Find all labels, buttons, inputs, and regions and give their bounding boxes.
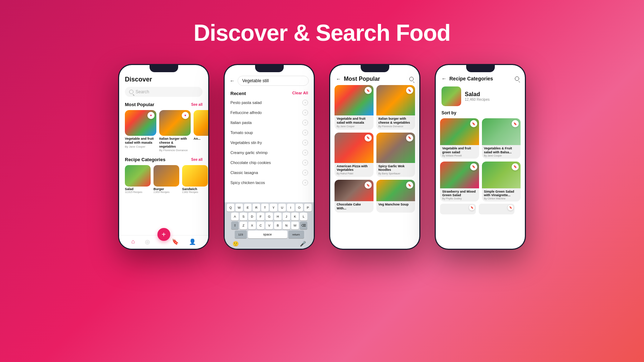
back-button[interactable]: ←: [230, 78, 235, 84]
key-y[interactable]: Y: [270, 204, 277, 212]
nav-bookmark[interactable]: 🔖: [172, 238, 179, 245]
cat-0[interactable]: Salad 12,615 Recipes: [125, 165, 151, 193]
grid-bookmark-2[interactable]: 🔖: [365, 134, 372, 142]
close-recent-4[interactable]: ✕: [302, 140, 308, 145]
recipe-card-2[interactable]: 🔖 Strawberry and Mixed Green Salad By Ph…: [440, 162, 479, 202]
key-v[interactable]: V: [265, 222, 273, 229]
search-bar-discover[interactable]: Search: [125, 87, 203, 97]
nav-discover[interactable]: ◎: [145, 238, 150, 245]
grid-card-5[interactable]: 🔖 Veg Manchow Soup: [376, 180, 415, 213]
grid-bookmark-4[interactable]: 🔖: [365, 182, 372, 189]
recent-item-8[interactable]: Spicy chicken tacos ✕: [225, 178, 314, 188]
clear-all-button[interactable]: Clear All: [292, 91, 308, 96]
key-u[interactable]: U: [278, 204, 286, 212]
grid-card-0[interactable]: 🔖 Vegetable and fruit salad with masala …: [335, 85, 374, 130]
grid-img-5: 🔖: [376, 180, 415, 201]
search-icon-4[interactable]: [515, 76, 519, 81]
key-h[interactable]: H: [274, 213, 282, 220]
key-l[interactable]: L: [300, 213, 307, 220]
key-s[interactable]: S: [240, 213, 247, 220]
back-btn-4[interactable]: ←: [441, 76, 447, 81]
grid-bookmark-0[interactable]: 🔖: [365, 87, 372, 94]
key-g[interactable]: G: [265, 213, 273, 220]
recent-item-7[interactable]: Classic lasagna ✕: [225, 168, 314, 178]
close-recent-0[interactable]: ✕: [302, 100, 308, 105]
recent-item-1[interactable]: Fettuccine alfredo ✕: [225, 108, 314, 118]
fab-button[interactable]: +: [157, 228, 170, 241]
key-a[interactable]: A: [231, 213, 239, 220]
recipe-card-1[interactable]: 🔖 Vegetables & Fruit salad with Balsa...…: [482, 118, 521, 159]
grid-card-4[interactable]: 🔖 Chocolate Cake With...: [335, 180, 374, 213]
recent-item-3[interactable]: Tomato soup ✕: [225, 128, 314, 138]
recipe-bookmark-1[interactable]: 🔖: [512, 120, 519, 127]
recent-item-2[interactable]: Italian pasta ✕: [225, 118, 314, 128]
back-btn-3[interactable]: ←: [336, 76, 341, 82]
key-b[interactable]: B: [274, 222, 282, 229]
key-f[interactable]: F: [257, 213, 264, 220]
cat-2[interactable]: Sandwich 2,862 Recipes: [182, 165, 208, 193]
key-c[interactable]: C: [257, 222, 264, 229]
grid-card-2[interactable]: 🔖 American Pizza with Vegetables By Rahu…: [335, 133, 374, 177]
key-i[interactable]: I: [287, 204, 294, 212]
bookmark-btn-0[interactable]: ♥: [147, 112, 155, 119]
grid-bookmark-5[interactable]: 🔖: [406, 182, 413, 189]
grid-bookmark-3[interactable]: 🔖: [406, 134, 413, 142]
recipe-card-0[interactable]: 🔖 Vegetable and fruit green salad By Wil…: [440, 118, 479, 159]
key-n[interactable]: N: [283, 222, 290, 229]
recent-item-0[interactable]: Pesto pasta salad ✕: [225, 98, 314, 108]
key-r[interactable]: R: [253, 204, 260, 212]
emoji-face[interactable]: 🙂: [233, 241, 239, 247]
cat-1[interactable]: Burger 2,853 Recipes: [153, 165, 179, 193]
key-t[interactable]: T: [261, 204, 269, 212]
search-input[interactable]: Vegetable still: [238, 76, 309, 86]
recipe-card-3[interactable]: 🔖 Simple Green Salad with Vinaigrette...…: [482, 162, 521, 202]
recipe-bookmark-3[interactable]: 🔖: [512, 163, 519, 170]
key-p[interactable]: P: [304, 204, 312, 212]
key-e[interactable]: E: [244, 204, 252, 212]
key-123[interactable]: 123: [235, 230, 247, 238]
recipe-partial-bookmark-0[interactable]: 🔖: [469, 205, 475, 210]
search-header: ← Vegetable still: [225, 73, 314, 89]
popular-food-2[interactable]: ♥ An...: [194, 110, 208, 152]
close-recent-2[interactable]: ✕: [302, 120, 308, 125]
popular-food-0[interactable]: ♥ Vegetable and fruit salad with masala …: [125, 110, 156, 152]
key-x[interactable]: X: [248, 222, 256, 229]
recipe-bookmark-2[interactable]: 🔖: [470, 163, 477, 170]
popular-food-1[interactable]: ♥ Italian burger with cheese & vegetable…: [159, 110, 191, 152]
food-name-0: Vegetable and fruit salad with masala: [125, 137, 156, 145]
key-j[interactable]: J: [283, 213, 290, 220]
key-d[interactable]: D: [248, 213, 256, 220]
recipe-bookmark-0[interactable]: 🔖: [470, 120, 477, 127]
key-return[interactable]: return: [288, 230, 304, 238]
recent-item-4[interactable]: Vegetables stir-fry ✕: [225, 138, 314, 148]
key-shift[interactable]: ⇧: [231, 222, 239, 229]
key-m[interactable]: M: [291, 222, 299, 229]
keyboard: Q W E R T Y U I O P A S D: [225, 202, 314, 249]
close-recent-7[interactable]: ✕: [302, 170, 308, 175]
recent-item-5[interactable]: Creamy garlic shrimp ✕: [225, 148, 314, 158]
recipe-partial-bookmark-1[interactable]: 🔖: [508, 205, 513, 210]
see-all-categories[interactable]: See all: [191, 158, 203, 162]
key-k[interactable]: K: [291, 213, 299, 220]
grid-card-3[interactable]: 🔖 Spicy Garlic Wok Noodles By Barry Spor…: [376, 133, 415, 177]
key-q[interactable]: Q: [227, 204, 234, 212]
search-icon-3[interactable]: [409, 77, 414, 81]
grid-bookmark-1[interactable]: 🔖: [406, 87, 413, 94]
key-w[interactable]: W: [235, 204, 243, 212]
key-space[interactable]: space: [248, 230, 287, 238]
grid-card-1[interactable]: 🔖 Italian burger with cheese & vegetable…: [376, 85, 415, 130]
nav-profile[interactable]: 👤: [189, 238, 196, 245]
close-recent-3[interactable]: ✕: [302, 130, 308, 135]
close-recent-8[interactable]: ✕: [302, 180, 308, 185]
recent-item-6[interactable]: Chocolate chip cookies ✕: [225, 158, 314, 168]
bookmark-btn-1[interactable]: ♥: [182, 112, 189, 119]
close-recent-6[interactable]: ✕: [302, 160, 308, 165]
nav-home[interactable]: ⌂: [131, 238, 135, 245]
close-recent-1[interactable]: ✕: [302, 110, 308, 115]
key-z[interactable]: Z: [240, 222, 247, 229]
see-all-popular[interactable]: See all: [191, 103, 203, 106]
key-o[interactable]: O: [296, 204, 303, 212]
key-backspace[interactable]: ⌫: [300, 222, 307, 229]
close-recent-5[interactable]: ✕: [302, 150, 308, 155]
mic-icon[interactable]: 🎤: [300, 241, 306, 247]
